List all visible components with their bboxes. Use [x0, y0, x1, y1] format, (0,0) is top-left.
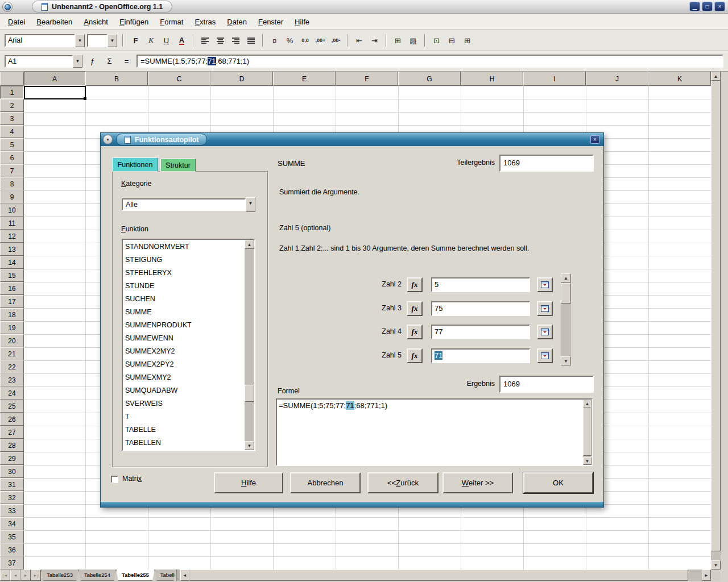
row-header-33[interactable]: 33	[0, 504, 24, 517]
sum-button[interactable]: Σ	[102, 55, 117, 68]
function-item-stunde[interactable]: STUNDE	[123, 280, 245, 293]
row-header-31[interactable]: 31	[0, 478, 24, 491]
row-header-25[interactable]: 25	[0, 400, 24, 413]
zurck-button[interactable]: << Zurück	[367, 472, 439, 493]
menu-hilfe[interactable]: Hilfe	[289, 16, 315, 28]
column-header-f[interactable]: F	[336, 72, 398, 86]
function-item-summex2my2[interactable]: SUMMEX2MY2	[123, 346, 245, 359]
row-header-5[interactable]: 5	[0, 138, 24, 151]
function-item-stfehleryx[interactable]: STFEHLERYX	[123, 267, 245, 280]
weiter-button[interactable]: Weiter >>	[442, 472, 513, 493]
row-header-4[interactable]: 4	[0, 125, 24, 138]
tab-funktionen[interactable]: Funktionen	[112, 157, 158, 172]
scroll-up-button[interactable]: ▲	[711, 72, 721, 81]
scroll-left-button[interactable]: ◄	[180, 569, 189, 581]
increase-indent-button[interactable]: ⇥	[367, 34, 382, 48]
insert-chart-button[interactable]: ⊞	[460, 34, 474, 48]
last-sheet-button[interactable]: ►|	[31, 569, 41, 581]
scroll-down-button[interactable]: ▼	[245, 441, 254, 450]
row-header-21[interactable]: 21	[0, 347, 24, 360]
fx-button[interactable]: fx	[407, 277, 423, 292]
cell-reference-dropdown-icon[interactable]: ▼	[73, 55, 82, 68]
dialog-titlebar[interactable]: ▼ Funktionsautopilot ×	[101, 133, 603, 146]
column-header-h[interactable]: H	[461, 72, 523, 86]
row-header-17[interactable]: 17	[0, 295, 24, 308]
scroll-up-button[interactable]: ▲	[245, 240, 254, 249]
row-header-13[interactable]: 13	[0, 243, 24, 256]
row-header-28[interactable]: 28	[0, 439, 24, 452]
cell-reference-value[interactable]: A1	[5, 55, 73, 68]
row-header-15[interactable]: 15	[0, 269, 24, 282]
row-header-2[interactable]: 2	[0, 99, 24, 112]
row-header-20[interactable]: 20	[0, 334, 24, 347]
function-autopilot-button[interactable]: ƒ	[85, 55, 100, 68]
column-header-g[interactable]: G	[398, 72, 461, 86]
previous-sheet-button[interactable]: ◄	[10, 569, 20, 581]
next-sheet-button[interactable]: ►	[20, 569, 31, 581]
scroll-down-button[interactable]: ▼	[711, 560, 721, 569]
sheet-tab-tabelle[interactable]: Tabelle	[155, 569, 176, 581]
matrix-checkbox[interactable]	[111, 476, 118, 483]
align-justify-button[interactable]	[244, 34, 258, 48]
number-percent-button[interactable]: %	[283, 34, 297, 48]
column-header-j[interactable]: J	[586, 72, 648, 86]
textarea-scrollbar-thumb[interactable]	[583, 408, 592, 456]
dialog-shade-button[interactable]: ▼	[103, 135, 113, 144]
function-item-summenprodukt[interactable]: SUMMENPRODUKT	[123, 319, 245, 332]
vertical-scrollbar[interactable]: ▲ ▼	[711, 72, 721, 569]
row-header-34[interactable]: 34	[0, 517, 24, 530]
shrink-button[interactable]	[537, 325, 553, 339]
row-header-35[interactable]: 35	[0, 530, 24, 543]
row-header-29[interactable]: 29	[0, 452, 24, 465]
row-header-32[interactable]: 32	[0, 491, 24, 504]
row-header-6[interactable]: 6	[0, 151, 24, 164]
font-name-dropdown-icon[interactable]: ▼	[75, 34, 85, 47]
minimize-button[interactable]: ▁	[689, 2, 700, 11]
vertical-scrollbar-thumb[interactable]	[711, 81, 721, 551]
align-left-button[interactable]	[198, 34, 212, 48]
number-currency-button[interactable]: ¤	[267, 34, 282, 48]
select-all-corner[interactable]	[0, 72, 24, 86]
function-item-suchen[interactable]: SUCHEN	[123, 293, 245, 306]
delete-decimal-button[interactable]: ,00-	[329, 34, 343, 48]
sheet-tab-tabelle253[interactable]: Tabelle253	[41, 569, 78, 581]
arguments-scrollbar-thumb[interactable]	[561, 283, 571, 304]
menu-format[interactable]: Format	[154, 16, 189, 28]
column-header-c[interactable]: C	[148, 72, 210, 86]
menu-einfgen[interactable]: Einfügen	[114, 16, 154, 28]
function-list-scrollbar[interactable]: ▲ ▼	[245, 240, 254, 450]
menu-bearbeiten[interactable]: Bearbeiten	[31, 16, 78, 28]
abbrechen-button[interactable]: Abbrechen	[290, 472, 361, 493]
ok-button[interactable]: OK	[523, 472, 593, 493]
function-item-standnormvert[interactable]: STANDNORMVERT	[123, 241, 245, 254]
column-header-d[interactable]: D	[210, 72, 273, 86]
scroll-down-button[interactable]: ▼	[561, 356, 571, 365]
category-dropdown-icon[interactable]: ▼	[246, 197, 255, 212]
insert-object-button[interactable]: ⊡	[429, 34, 444, 48]
font-size-combo[interactable]: ▼	[87, 34, 117, 47]
font-color-button[interactable]: A	[175, 34, 189, 48]
show-draw-functions-button[interactable]: ⊟	[445, 34, 459, 48]
font-size-dropdown-icon[interactable]: ▼	[107, 34, 117, 47]
window-titlebar[interactable]: Unbenannt2 - OpenOffice.org 1.1 ▁ □ ×	[0, 0, 728, 14]
column-header-k[interactable]: K	[648, 72, 711, 86]
horizontal-scrollbar[interactable]: ◄ ►	[180, 569, 711, 581]
menu-extras[interactable]: Extras	[189, 16, 221, 28]
row-header-24[interactable]: 24	[0, 386, 24, 400]
shrink-button[interactable]	[537, 277, 553, 292]
row-header-36[interactable]: 36	[0, 543, 24, 556]
window-menu-button[interactable]	[2, 2, 13, 12]
function-listbox[interactable]: STANDNORMVERTSTEIGUNGSTFEHLERYXSTUNDESUC…	[122, 239, 255, 451]
tab-scroll-splitter[interactable]	[176, 569, 180, 581]
row-header-23[interactable]: 23	[0, 373, 24, 386]
fx-button[interactable]: fx	[407, 301, 423, 316]
scroll-down-button[interactable]: ▼	[583, 457, 592, 465]
decrease-indent-button[interactable]: ⇤	[352, 34, 366, 48]
argument-input-zahl-4[interactable]: 77	[431, 325, 530, 339]
arguments-scrollbar[interactable]: ▲ ▼	[561, 273, 571, 365]
row-header-22[interactable]: 22	[0, 360, 24, 373]
shrink-button[interactable]	[537, 348, 553, 363]
menu-fenster[interactable]: Fenster	[253, 16, 289, 28]
function-item-summewenn[interactable]: SUMMEWENN	[123, 332, 245, 346]
number-standard-button[interactable]: 0,0	[298, 34, 312, 48]
